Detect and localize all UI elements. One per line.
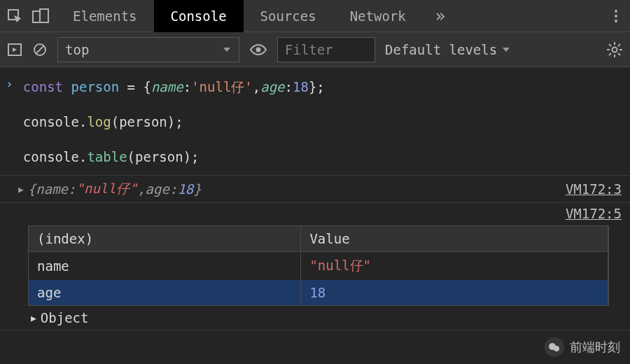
source-link[interactable]: VM172:3 (566, 181, 622, 197)
args: (person); (111, 114, 183, 130)
table-row[interactable]: name "null仔" (29, 252, 608, 281)
filter-input[interactable]: Filter (277, 37, 375, 62)
identifier: person (71, 79, 120, 94)
console-settings-icon[interactable] (606, 41, 623, 58)
number-literal: 18 (293, 79, 309, 94)
levels-label: Default levels (385, 42, 497, 57)
keyword-const: const (23, 79, 63, 94)
cell-value: 18 (301, 280, 608, 305)
colon: : (68, 181, 76, 197)
inspect-tools (0, 8, 56, 24)
cell-key: name (29, 252, 301, 281)
svg-line-15 (618, 44, 620, 46)
svg-line-5 (36, 46, 44, 54)
value-string: "null仔" (309, 258, 371, 273)
operator: = (119, 79, 143, 94)
watermark-text: 前端时刻 (570, 339, 620, 356)
property: age (260, 79, 284, 94)
device-toolbar-icon[interactable] (32, 8, 49, 24)
brace: }; (309, 79, 325, 94)
table-row[interactable]: age 18 (29, 280, 608, 305)
method: log (87, 114, 111, 130)
live-expression-icon[interactable] (249, 43, 267, 57)
wechat-icon (545, 337, 564, 357)
colon: : (183, 79, 191, 94)
source-link[interactable]: VM172:5 (566, 206, 622, 221)
clear-console-icon[interactable] (32, 42, 48, 57)
object-expand-row[interactable]: ▶ Object (0, 306, 630, 330)
string-literal: 'null仔' (191, 79, 253, 94)
devtools-tabbar: Elements Console Sources Network » (0, 0, 630, 32)
value-number: 18 (309, 285, 326, 300)
watermark: 前端时刻 (545, 337, 620, 357)
log-levels-select[interactable]: Default levels (385, 42, 511, 57)
th-index[interactable]: (index) (29, 226, 301, 252)
out-string: "null仔" (76, 180, 138, 198)
out-prop: name (36, 181, 68, 197)
console-table: (index) Value name "null仔" age 18 (28, 225, 609, 306)
colon: : (285, 79, 293, 94)
tab-console[interactable]: Console (154, 0, 244, 32)
chevron-down-icon (501, 45, 511, 55)
brace: { (28, 181, 36, 197)
tab-sources[interactable]: Sources (244, 0, 333, 32)
inspect-element-icon[interactable] (7, 8, 22, 24)
property: name (151, 79, 183, 94)
comma: , (137, 181, 145, 197)
brace: } (193, 181, 201, 197)
console-toolbar: top Filter Default levels (0, 32, 630, 67)
console-output: › const person = {name:'null仔',age:18}; … (0, 67, 630, 330)
console-input-row[interactable]: › const person = {name:'null仔',age:18}; … (0, 67, 630, 176)
tab-network[interactable]: Network (333, 0, 423, 32)
table-header-row: (index) Value (29, 226, 608, 252)
identifier: console (23, 114, 79, 130)
log-output-row[interactable]: ▶ {name: "null仔", age: 18} VM172:3 (0, 176, 630, 203)
expand-triangle-icon[interactable]: ▶ (31, 313, 36, 323)
table-source-row: VM172:5 (0, 203, 630, 225)
brace: { (143, 79, 150, 94)
svg-point-7 (612, 47, 617, 52)
more-tabs-button[interactable]: » (423, 6, 458, 26)
chevron-down-icon (222, 45, 232, 55)
tab-elements[interactable]: Elements (56, 0, 154, 32)
cell-key: age (29, 280, 301, 305)
devtools-menu-icon[interactable] (602, 0, 630, 32)
th-value[interactable]: Value (301, 226, 608, 252)
cell-value: "null仔" (301, 252, 608, 281)
svg-line-12 (609, 44, 611, 46)
svg-rect-2 (40, 9, 48, 22)
colon: : (169, 181, 177, 197)
svg-point-6 (256, 47, 261, 52)
comma: , (253, 79, 260, 94)
console-sidebar-toggle-icon[interactable] (7, 42, 22, 57)
code-block: const person = {name:'null仔',age:18}; co… (23, 74, 325, 169)
identifier: console (23, 149, 79, 164)
execution-context-select[interactable]: top (57, 37, 239, 62)
method: table (87, 149, 127, 164)
args: (person); (127, 149, 200, 164)
out-number: 18 (177, 181, 193, 197)
dot: . (79, 149, 87, 164)
prompt-caret-icon: › (6, 74, 13, 94)
svg-line-13 (618, 53, 620, 55)
expand-triangle-icon[interactable]: ▶ (18, 184, 24, 195)
object-label: Object (41, 310, 89, 326)
filter-placeholder: Filter (285, 42, 333, 57)
context-label: top (65, 42, 89, 57)
svg-line-14 (609, 53, 611, 55)
dot: . (79, 114, 87, 130)
svg-point-17 (554, 346, 559, 351)
out-prop: age (146, 181, 169, 197)
